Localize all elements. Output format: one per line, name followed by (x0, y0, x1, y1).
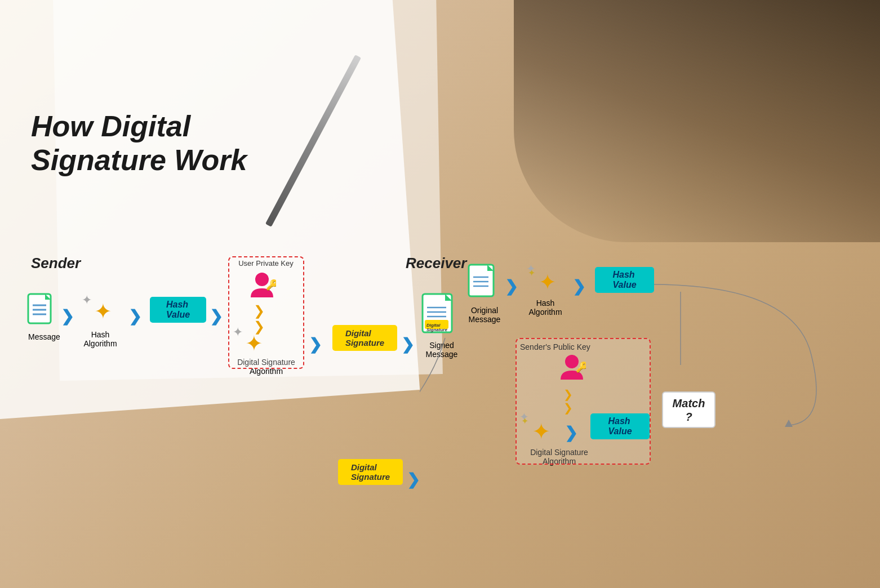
svg-text:✦: ✦ (528, 268, 535, 278)
svg-text:✦: ✦ (539, 270, 557, 294)
r-arrow-sig: ❯ (407, 470, 420, 489)
title-line2: Signature Work (31, 144, 247, 177)
svg-text:✦: ✦ (521, 416, 528, 426)
receiver-dsa-gear: ✦ ✦ ✦ (518, 408, 561, 447)
r-arrow1: ❯ (505, 277, 518, 296)
content-layer: How Digital Signature Work Sender Receiv… (0, 0, 880, 588)
svg-text:✦: ✦ (233, 325, 243, 339)
receiver-hash-value-box1: HashValue (595, 267, 654, 293)
match-box: Match? (662, 391, 715, 428)
message-label: Message (28, 332, 56, 341)
svg-marker-27 (785, 420, 793, 427)
receiver-digital-sig-box: DigitalSignature (338, 459, 403, 485)
receiver-person-icon: 🔑 (558, 354, 586, 382)
svg-text:✦: ✦ (94, 300, 112, 323)
receiver-hash-gear: ✦ ✦ ✦ (525, 260, 565, 299)
sender-hash-algo-label: HashAlgorithm (78, 330, 123, 348)
svg-text:🔑: 🔑 (266, 279, 276, 291)
chevron-down-receiver: ❯❯ (563, 387, 573, 415)
svg-text:✦: ✦ (82, 293, 92, 307)
sender-hash-gear-group: ✦ ✦ (82, 292, 121, 328)
sender-label: Sender (31, 255, 81, 272)
svg-text:🔑: 🔑 (576, 361, 586, 373)
dsa-gear-group: ✦ ✦ (233, 324, 272, 360)
original-message-icon (468, 264, 499, 302)
arrow4: ❯ (309, 335, 322, 354)
arrow5: ❯ (401, 335, 414, 354)
arrow1: ❯ (61, 307, 74, 326)
sender-hash-value-box: HashValue (150, 297, 206, 323)
svg-text:Signature: Signature (426, 327, 447, 332)
message-doc-icon (27, 293, 56, 329)
arrow2: ❯ (128, 307, 141, 326)
r-arrow-dsa: ❯ (565, 424, 577, 442)
svg-text:✦: ✦ (532, 419, 551, 444)
signed-message-icon: Digital Signature (421, 293, 461, 338)
arrow3: ❯ (210, 307, 223, 326)
title-line1: How Digital (31, 110, 247, 144)
svg-text:✦: ✦ (245, 332, 263, 355)
sender-person-icon: 🔑 (248, 271, 276, 300)
r-arrow2: ❯ (572, 277, 585, 296)
receiver-hash-value-box2: HashValue (590, 413, 650, 439)
receiver-label: Receiver (406, 255, 466, 272)
sender-public-key-label: Sender's Public Key (520, 342, 590, 351)
main-title: How Digital Signature Work (31, 110, 247, 177)
user-private-key-label: User Private Key (232, 259, 300, 268)
digital-sig-box: DigitalSignature (332, 325, 397, 351)
